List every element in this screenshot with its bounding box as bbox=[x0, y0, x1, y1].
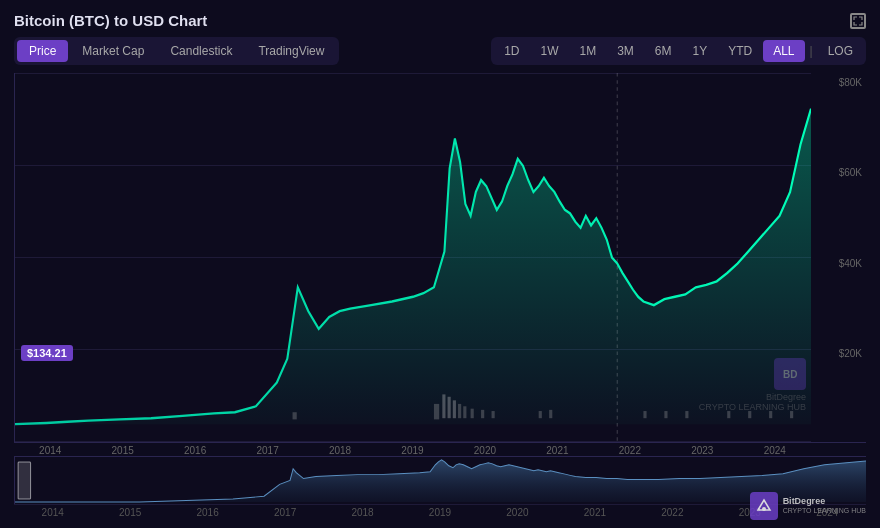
time-all[interactable]: ALL bbox=[763, 40, 804, 62]
svg-rect-6 bbox=[463, 406, 466, 418]
x-label-2019: 2019 bbox=[401, 445, 423, 456]
y-label-40k: $40K bbox=[811, 258, 866, 269]
x-label-2024: 2024 bbox=[764, 445, 786, 456]
svg-rect-0 bbox=[293, 412, 297, 419]
svg-rect-4 bbox=[453, 400, 456, 418]
bitdegree-logo bbox=[750, 492, 778, 520]
chart-container: $134.21 $80K $60K $40K $20K bbox=[14, 73, 866, 520]
watermark-logo: BD bbox=[774, 358, 806, 390]
mini-x-2016: 2016 bbox=[197, 507, 219, 518]
tab-price[interactable]: Price bbox=[17, 40, 68, 62]
svg-rect-14 bbox=[685, 411, 688, 418]
mini-x-axis: 2014 2015 2016 2017 2018 2019 2020 2021 … bbox=[14, 504, 866, 520]
x-label-2020: 2020 bbox=[474, 445, 496, 456]
svg-point-25 bbox=[762, 507, 766, 511]
mini-x-2014: 2014 bbox=[42, 507, 64, 518]
time-1y[interactable]: 1Y bbox=[682, 40, 717, 62]
tab-tradingview[interactable]: TradingView bbox=[246, 40, 336, 62]
header-row: Bitcoin (BTC) to USD Chart bbox=[14, 12, 866, 29]
mini-x-2017: 2017 bbox=[274, 507, 296, 518]
bitdegree-sub: CRYPTO LEARNING HUB bbox=[783, 507, 866, 515]
time-divider: | bbox=[806, 44, 817, 58]
svg-rect-16 bbox=[748, 411, 751, 418]
x-label-2014: 2014 bbox=[39, 445, 61, 456]
svg-rect-5 bbox=[458, 404, 461, 418]
mini-x-2021: 2021 bbox=[584, 507, 606, 518]
chart-title: Bitcoin (BTC) to USD Chart bbox=[14, 12, 207, 29]
time-1w[interactable]: 1W bbox=[530, 40, 568, 62]
main-chart: $134.21 $80K $60K $40K $20K bbox=[14, 73, 866, 443]
time-tab-group: 1D 1W 1M 3M 6M 1Y YTD ALL | LOG bbox=[491, 37, 866, 65]
mini-x-2022: 2022 bbox=[661, 507, 683, 518]
svg-rect-12 bbox=[643, 411, 646, 418]
page-wrapper: Bitcoin (BTC) to USD Chart Price Market … bbox=[0, 0, 880, 528]
svg-rect-18 bbox=[790, 411, 793, 418]
controls-row: Price Market Cap Candlestick TradingView… bbox=[14, 37, 866, 65]
x-label-2022: 2022 bbox=[619, 445, 641, 456]
main-x-axis: 2014 2015 2016 2017 2018 2019 2020 2021 … bbox=[14, 443, 866, 456]
watermark: BD BitDegree CRYPTO LEARNING HUB bbox=[699, 358, 806, 412]
bitdegree-badge: BitDegree CRYPTO LEARNING HUB bbox=[750, 492, 866, 520]
x-label-2015: 2015 bbox=[112, 445, 134, 456]
x-label-2017: 2017 bbox=[256, 445, 278, 456]
time-3m[interactable]: 3M bbox=[607, 40, 644, 62]
mini-x-2019: 2019 bbox=[429, 507, 451, 518]
tab-market-cap[interactable]: Market Cap bbox=[70, 40, 156, 62]
mini-x-2024: 2024 BitDegree CRYPTO LEARNING HUB bbox=[816, 507, 838, 518]
x-label-2021: 2021 bbox=[546, 445, 568, 456]
bitdegree-text: BitDegree CRYPTO LEARNING HUB bbox=[783, 496, 866, 515]
svg-rect-11 bbox=[549, 410, 552, 418]
svg-rect-22 bbox=[18, 462, 30, 499]
svg-rect-8 bbox=[481, 410, 484, 418]
view-tab-group: Price Market Cap Candlestick TradingView bbox=[14, 37, 339, 65]
tab-candlestick[interactable]: Candlestick bbox=[158, 40, 244, 62]
svg-rect-1 bbox=[434, 404, 439, 419]
chart-svg bbox=[15, 73, 811, 442]
mini-x-2015: 2015 bbox=[119, 507, 141, 518]
y-label-60k: $60K bbox=[811, 167, 866, 178]
mini-x-2020: 2020 bbox=[506, 507, 528, 518]
x-label-2023: 2023 bbox=[691, 445, 713, 456]
mini-chart bbox=[14, 456, 866, 504]
svg-rect-17 bbox=[769, 411, 772, 418]
svg-rect-9 bbox=[492, 411, 495, 418]
svg-rect-7 bbox=[471, 409, 474, 419]
y-label-80k: $80K bbox=[811, 77, 866, 88]
watermark-name: BitDegree bbox=[766, 392, 806, 402]
time-6m[interactable]: 6M bbox=[645, 40, 682, 62]
time-1d[interactable]: 1D bbox=[494, 40, 529, 62]
svg-text:BD: BD bbox=[783, 369, 797, 380]
x-label-2016: 2016 bbox=[184, 445, 206, 456]
svg-rect-15 bbox=[727, 411, 730, 418]
current-price-label: $134.21 bbox=[21, 345, 73, 361]
y-axis: $80K $60K $40K $20K bbox=[811, 73, 866, 442]
mini-x-2018: 2018 bbox=[351, 507, 373, 518]
fullscreen-button[interactable] bbox=[850, 13, 866, 29]
svg-rect-2 bbox=[442, 394, 445, 418]
bitdegree-name: BitDegree bbox=[783, 496, 866, 507]
time-1m[interactable]: 1M bbox=[569, 40, 606, 62]
time-log[interactable]: LOG bbox=[818, 40, 863, 62]
svg-rect-10 bbox=[539, 411, 542, 418]
x-label-2018: 2018 bbox=[329, 445, 351, 456]
mini-chart-svg bbox=[15, 457, 866, 504]
svg-rect-13 bbox=[664, 411, 667, 418]
svg-rect-3 bbox=[448, 397, 451, 418]
time-ytd[interactable]: YTD bbox=[718, 40, 762, 62]
watermark-sub: CRYPTO LEARNING HUB bbox=[699, 402, 806, 412]
y-label-20k: $20K bbox=[811, 348, 866, 359]
